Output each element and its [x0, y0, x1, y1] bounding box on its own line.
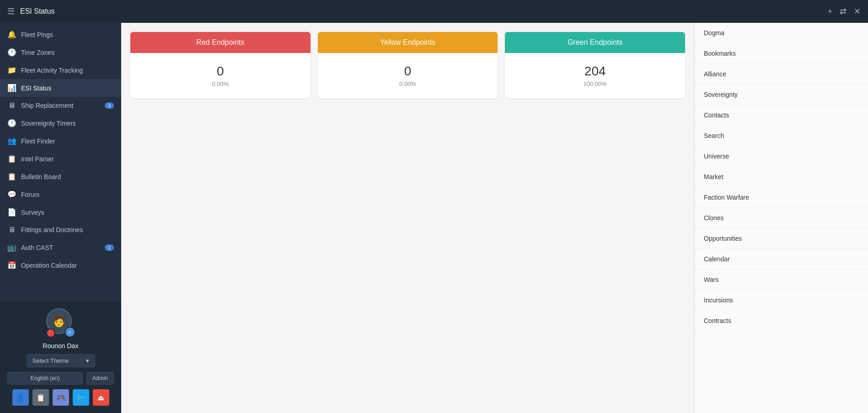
sidebar-item-bulletin-board[interactable]: 📋 Bulletin Board	[0, 168, 121, 185]
endpoint-cards: Red Endpoints 0 0.00% Yellow Endpoints 0…	[130, 32, 685, 98]
esi-item-contracts[interactable]: Contracts	[695, 311, 868, 331]
topbar-left: ☰ ESI Status	[7, 6, 55, 16]
sidebar-item-fittings-doctrines[interactable]: 🖥 Fittings and Doctrines	[0, 221, 121, 238]
operation-calendar-label: Operation Calendar	[21, 262, 77, 269]
esi-item-contacts[interactable]: Contacts	[695, 105, 868, 126]
sidebar-item-ship-replacement[interactable]: 🖥 Ship Replacement 3	[0, 97, 121, 114]
fleet-activity-label: Fleet Activity Tracking	[21, 67, 83, 74]
sidebar-item-intel-parser[interactable]: 📋 Intel Parser	[0, 150, 121, 168]
sidebar-item-forum[interactable]: 💬 Forum	[0, 185, 121, 203]
intel-parser-label: Intel Parser	[21, 155, 54, 163]
esi-item-search[interactable]: Search	[695, 126, 868, 146]
avatar-badge-atom: ⚛	[64, 327, 75, 338]
theme-select-label: Select Theme	[32, 357, 69, 364]
sovereignty-timers-label: Sovereignty Timers	[21, 120, 76, 127]
sidebar-item-sovereignty-timers[interactable]: 🕐 Sovereignty Timers	[0, 114, 121, 132]
green-endpoint-card: Green Endpoints 204 100.00%	[505, 32, 685, 98]
surveys-label: Surveys	[21, 209, 44, 216]
ship-replacement-label: Ship Replacement	[21, 102, 73, 109]
bulletin-board-label: Bulletin Board	[21, 173, 61, 180]
red-endpoint-card: Red Endpoints 0 0.00%	[130, 32, 311, 98]
ship-replacement-icon: 🖥	[7, 101, 16, 110]
notes-icon[interactable]: 📋	[32, 389, 49, 406]
esi-item-bookmarks[interactable]: Bookmarks	[695, 43, 868, 64]
forum-icon: 💬	[7, 190, 16, 199]
yellow-card-body: 0 0.00%	[318, 53, 498, 98]
twitter-icon[interactable]: 🐦	[73, 389, 89, 406]
sovereignty-timers-icon: 🕐	[7, 119, 16, 127]
close-icon[interactable]: ✕	[854, 6, 861, 16]
sidebar-footer: 🧑 ⚛ 🔴 Rounon Dax Select Theme ▾ English …	[0, 301, 121, 413]
topbar-title: ESI Status	[20, 7, 55, 16]
esi-item-alliance[interactable]: Alliance	[695, 64, 868, 85]
intel-parser-icon: 📋	[7, 154, 16, 163]
auth-cast-icon: 📺	[7, 243, 16, 252]
discord-icon[interactable]: 🎮	[53, 389, 69, 406]
red-card-body: 0 0.00%	[130, 53, 311, 98]
topbar-right: + ⇄ ✕	[827, 6, 861, 16]
esi-item-opportunities[interactable]: Opportunities	[695, 228, 868, 249]
red-percent: 0.00%	[139, 80, 301, 87]
sidebar-item-auth-cast[interactable]: 📺 Auth CAST 1	[0, 238, 121, 256]
esi-item-dogma[interactable]: Dogma	[695, 23, 868, 43]
esi-panel: DogmaBookmarksAllianceSovereigntyContact…	[694, 23, 868, 413]
admin-button[interactable]: Admin	[86, 372, 114, 385]
sidebar-nav: 🔔 Fleet Pings 🕐 Time Zones 📁 Fleet Activ…	[0, 23, 121, 301]
esi-status-label: ESI Status	[21, 85, 51, 92]
auth-cast-badge: 1	[105, 244, 114, 251]
esi-item-incursions[interactable]: Incursions	[695, 290, 868, 311]
operation-calendar-icon: 📅	[7, 261, 16, 270]
esi-item-calendar[interactable]: Calendar	[695, 249, 868, 270]
sidebar-item-operation-calendar[interactable]: 📅 Operation Calendar	[0, 256, 121, 274]
esi-item-clones[interactable]: Clones	[695, 208, 868, 228]
fleet-activity-icon: 📁	[7, 66, 16, 74]
forum-label: Forum	[21, 191, 39, 198]
yellow-endpoint-card: Yellow Endpoints 0 0.00%	[318, 32, 498, 98]
sidebar-item-time-zones[interactable]: 🕐 Time Zones	[0, 43, 121, 61]
esi-item-wars[interactable]: Wars	[695, 270, 868, 290]
esi-item-faction-warfare[interactable]: Faction Warfare	[695, 187, 868, 208]
surveys-icon: 📄	[7, 208, 16, 217]
green-card-body: 204 100.00%	[505, 53, 685, 98]
topbar: ☰ ESI Status + ⇄ ✕	[0, 0, 868, 23]
theme-select[interactable]: Select Theme ▾	[27, 354, 95, 367]
red-count: 0	[139, 64, 301, 79]
esi-item-sovereignty[interactable]: Sovereignty	[695, 85, 868, 105]
auth-cast-label: Auth CAST	[21, 244, 53, 251]
yellow-count: 0	[327, 64, 489, 79]
sidebar-item-esi-status[interactable]: 📊 ESI Status	[0, 79, 121, 97]
sidebar: 🔔 Fleet Pings 🕐 Time Zones 📁 Fleet Activ…	[0, 23, 121, 413]
chevron-down-icon: ▾	[86, 357, 89, 364]
fleet-finder-icon: 👥	[7, 137, 16, 145]
logout-icon[interactable]: ⏏	[93, 389, 109, 406]
sidebar-item-fleet-activity[interactable]: 📁 Fleet Activity Tracking	[0, 61, 121, 79]
green-card-header: Green Endpoints	[505, 32, 685, 53]
ship-replacement-badge: 3	[105, 102, 114, 109]
footer-icons: 👤📋🎮🐦⏏	[12, 389, 109, 406]
yellow-card-header: Yellow Endpoints	[318, 32, 498, 53]
fleet-pings-label: Fleet Pings	[21, 31, 53, 38]
share-icon[interactable]: ⇄	[840, 6, 847, 16]
menu-icon[interactable]: ☰	[7, 6, 15, 16]
time-zones-icon: 🕐	[7, 48, 16, 57]
time-zones-label: Time Zones	[21, 49, 54, 56]
sidebar-item-fleet-pings[interactable]: 🔔 Fleet Pings	[0, 26, 121, 43]
sidebar-item-fleet-finder[interactable]: 👥 Fleet Finder	[0, 132, 121, 150]
fittings-doctrines-label: Fittings and Doctrines	[21, 226, 83, 233]
fleet-finder-label: Fleet Finder	[21, 138, 55, 145]
main-content: Red Endpoints 0 0.00% Yellow Endpoints 0…	[121, 23, 868, 413]
green-percent: 100.00%	[514, 80, 676, 87]
green-count: 204	[514, 64, 676, 79]
esi-item-market[interactable]: Market	[695, 167, 868, 187]
fleet-pings-icon: 🔔	[7, 30, 16, 39]
fittings-doctrines-icon: 🖥	[7, 226, 16, 234]
avatar-badge-corp: 🔴	[46, 328, 55, 338]
esi-status-icon: 📊	[7, 84, 16, 92]
users-icon[interactable]: 👤	[12, 389, 29, 406]
bulletin-board-icon: 📋	[7, 172, 16, 181]
esi-item-universe[interactable]: Universe	[695, 146, 868, 167]
red-card-header: Red Endpoints	[130, 32, 311, 53]
sidebar-item-surveys[interactable]: 📄 Surveys	[0, 203, 121, 221]
language-button[interactable]: English (en)	[7, 372, 83, 385]
add-icon[interactable]: +	[827, 7, 832, 16]
